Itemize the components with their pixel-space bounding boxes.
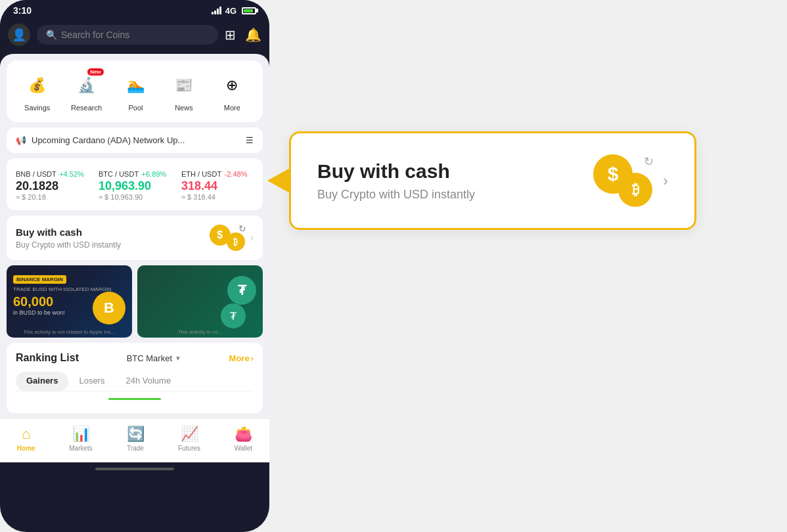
tab-gainers[interactable]: Gainers [16,372,68,391]
more-icon: ⊕ [226,77,238,94]
callout-text: Buy with cash Buy Crypto with USD instan… [317,160,475,202]
notification-icon[interactable]: 🔔 [245,27,261,43]
tether-disclaimer: This activity is no... [137,329,263,335]
filter-arrow-icon: ▼ [175,355,181,362]
pool-icon: 🏊 [127,77,145,94]
banners-section: BINANCE MARGIN TRADE BUSD WITH ISOLATED … [7,265,263,338]
filter-label: BTC Market [127,353,172,363]
banner-brand: BINANCE MARGIN [13,275,66,284]
buy-cash-card[interactable]: Buy with cash Buy Crypto with USD instan… [7,215,263,260]
markets-icon: 📊 [72,426,90,443]
announcement-icon: 📢 [16,135,26,145]
battery-fill [244,9,253,12]
nav-home[interactable]: ⌂ Home [17,426,35,452]
search-bar[interactable]: 🔍 Search for Coins [37,25,218,45]
busd-coin: B [93,292,125,324]
eth-price: 318.44 [181,179,254,193]
more-link[interactable]: More › [229,353,254,363]
eth-pair: ETH / USDT [181,170,221,178]
home-indicator [0,462,269,476]
ranking-header: Ranking List BTC Market ▼ More › [16,352,254,364]
home-bar [95,468,174,470]
btc-pair: BTC / USDT [99,170,139,178]
wallet-icon: 👛 [235,426,252,443]
callout-subtitle: Buy Crypto with USD instantly [317,188,475,202]
qa-more-label: More [224,104,240,112]
battery-icon [242,7,256,14]
wallet-label: Wallet [235,445,252,452]
bnb-pair: BNB / USDT [16,170,56,178]
tab-24h-volume[interactable]: 24h Volume [115,372,181,391]
eth-change: -2.48% [225,170,248,178]
qa-savings[interactable]: 💰 Savings [23,71,52,112]
ticker-eth[interactable]: ETH / USDT -2.48% 318.44 ≈ $ 318.44 [181,167,254,201]
avatar[interactable]: 👤 [8,24,30,46]
status-bar: 3:10 4G [0,0,269,18]
signal-icon [212,7,221,14]
margin-banner[interactable]: BINANCE MARGIN TRADE BUSD WITH ISOLATED … [7,265,132,338]
list-icon: ☰ [246,135,254,145]
ranking-filter[interactable]: BTC Market ▼ [127,353,181,363]
nav-wallet[interactable]: 👛 Wallet [235,426,252,452]
ticker-row: BNB / USDT +4.52% 20.1828 ≈ $ 20.18 BTC … [16,167,254,201]
btc-usd: ≈ $ 10,963.90 [99,193,171,201]
scan-icon[interactable]: ⊞ [225,27,236,43]
savings-icon: 💰 [28,77,46,94]
announcement-bar[interactable]: 📢 Upcoming Cardano (ADA) Network Up... ☰ [7,127,263,153]
top-icons: ⊞ 🔔 [225,27,261,43]
futures-icon: 📈 [181,426,198,443]
callout-coins: $ ₿ ↻ [593,154,652,207]
search-placeholder: Search for Coins [61,30,129,40]
top-bar: 👤 🔍 Search for Coins ⊞ 🔔 [0,18,269,54]
nav-trade[interactable]: 🔄 Trade [127,426,145,452]
more-link-arrow: › [251,353,254,363]
ranking-title: Ranking List [16,352,79,364]
research-icon: 🔬 [78,77,95,94]
nav-futures[interactable]: 📈 Futures [178,426,200,452]
price-ticker: BNB / USDT +4.52% 20.1828 ≈ $ 20.18 BTC … [7,158,263,210]
trade-label: Trade [127,445,144,452]
network-label: 4G [225,6,236,16]
home-label: Home [17,445,35,452]
announcement-text: Upcoming Cardano (ADA) Network Up... [32,135,185,145]
buy-cash-subtitle: Buy Crypto with USD instantly [16,240,121,250]
tether-banner[interactable]: ₮ ₮ This activity is no... [137,265,263,338]
banner-disclaimer: This activity is not related to Apple In… [7,329,132,335]
btc-price: 10,963.90 [99,179,171,193]
bnb-change: +4.52% [59,170,84,178]
callout-dollar-coin: $ [593,154,633,194]
callout-refresh-icon: ↻ [644,154,654,169]
scroll-indicator [108,398,161,400]
callout-chevron-icon: › [663,171,668,190]
btc-change: +6.89% [142,170,167,178]
qa-research[interactable]: 🔬 New Research [71,71,102,112]
trade-icon: 🔄 [127,426,145,443]
qa-pool[interactable]: 🏊 Pool [122,71,150,112]
ticker-btc[interactable]: BTC / USDT +6.89% 10,963.90 ≈ $ 10,963.9… [99,167,171,201]
callout-panel: Buy with cash Buy Crypto with USD instan… [289,131,696,230]
home-icon: ⌂ [22,426,30,443]
callout-right: $ ₿ ↻ › [593,154,668,207]
tether-coin-2: ₮ [221,303,246,328]
status-right: 4G [212,6,256,16]
search-icon: 🔍 [46,30,57,40]
qa-savings-label: Savings [24,104,50,112]
qa-pool-label: Pool [129,104,143,112]
bnb-usd: ≈ $ 20.18 [16,193,88,201]
futures-label: Futures [178,445,200,452]
qa-research-label: Research [71,104,102,112]
ticker-bnb[interactable]: BNB / USDT +4.52% 20.1828 ≈ $ 20.18 [16,167,88,201]
dollar-coin: $ [210,225,231,246]
ranking-tabs: Gainers Losers 24h Volume [16,372,254,391]
qa-news[interactable]: 📰 News [169,71,198,112]
nav-markets[interactable]: 📊 Markets [69,426,93,452]
markets-label: Markets [69,445,93,452]
coin-icons: $ ₿ ↻ [210,225,245,251]
chevron-right-icon: › [250,232,254,244]
refresh-icon: ↻ [238,223,246,234]
phone-content: 💰 Savings 🔬 New Research 🏊 Pool 📰 [0,54,269,418]
qa-more[interactable]: ⊕ More [217,71,246,112]
tab-losers[interactable]: Losers [68,372,115,391]
buy-cash-title: Buy with cash [16,227,121,238]
more-link-label: More [229,353,250,363]
